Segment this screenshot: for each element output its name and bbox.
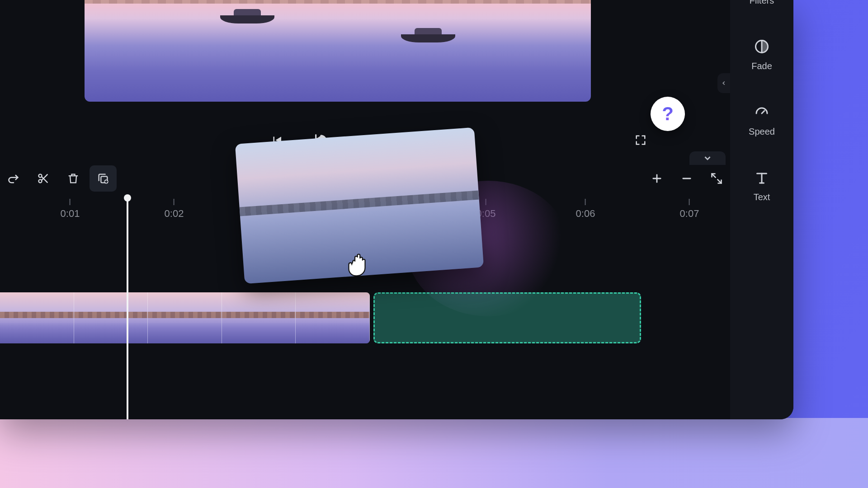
text-icon — [753, 169, 771, 187]
fade-label: Fade — [751, 61, 772, 71]
text-label: Text — [754, 192, 770, 202]
expand-panel-button[interactable] — [689, 151, 726, 165]
video-preview[interactable] — [85, 0, 591, 102]
speed-button[interactable]: Speed — [730, 99, 793, 141]
clip-frame — [148, 292, 222, 343]
delete-button[interactable] — [60, 165, 87, 192]
filters-button[interactable]: Filters — [730, 0, 793, 10]
ruler-tick-label: 0:01 — [61, 208, 80, 220]
svg-line-12 — [762, 111, 764, 113]
clip-frame — [0, 292, 74, 343]
playhead[interactable] — [127, 195, 128, 419]
right-effects-panel: Filters Fade Speed Text — [730, 0, 793, 419]
fullscreen-button[interactable] — [632, 131, 650, 149]
grab-cursor-icon — [343, 246, 375, 279]
clip-frame — [74, 292, 148, 343]
redo-button[interactable] — [0, 165, 27, 192]
fit-timeline-button[interactable] — [703, 165, 730, 192]
preview-boat — [220, 8, 274, 23]
ruler-tick-label: 0:02 — [165, 208, 184, 220]
ruler-tick-label: 0:06 — [576, 208, 595, 220]
collapse-panel-button[interactable] — [717, 73, 730, 93]
clip-frame — [296, 292, 370, 343]
speed-icon — [753, 103, 771, 121]
preview-boat — [401, 27, 455, 42]
help-button[interactable]: ? — [651, 97, 685, 131]
cut-button[interactable] — [30, 165, 57, 192]
zoom-out-button[interactable] — [673, 165, 700, 192]
ruler-tick-label: 0:07 — [680, 208, 699, 220]
page-background-band — [0, 418, 868, 488]
fade-button[interactable]: Fade — [730, 33, 793, 76]
clip-frame — [222, 292, 296, 343]
question-mark-icon: ? — [662, 103, 674, 125]
speed-label: Speed — [749, 127, 775, 137]
zoom-in-button[interactable] — [643, 165, 670, 192]
timeline-drop-target[interactable] — [373, 292, 641, 343]
timeline-video-clip[interactable] — [0, 292, 370, 343]
filters-label: Filters — [750, 0, 774, 6]
duplicate-button[interactable] — [90, 165, 117, 192]
text-button[interactable]: Text — [730, 164, 793, 207]
video-editor-window: 5 5 — [0, 0, 793, 419]
fade-icon — [753, 38, 771, 56]
